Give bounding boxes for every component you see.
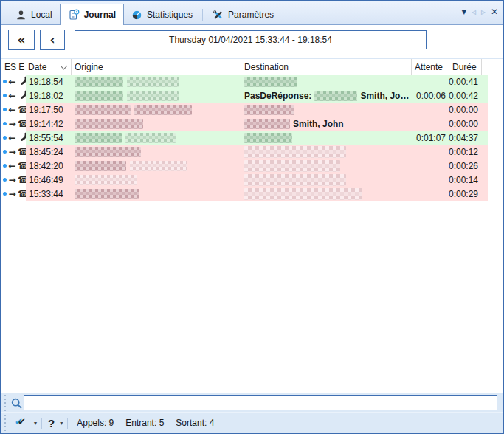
scroll-tabs-right-icon[interactable]: ▹ <box>481 7 486 16</box>
table-row[interactable]: ←☎18:42:200:00:26 <box>1 159 503 173</box>
incoming-arrow-icon: ← <box>8 105 16 115</box>
double-check-icon[interactable]: ✔✔ <box>15 417 29 429</box>
tab-parametres-label: Paramètres <box>228 10 274 20</box>
destination-cell: Smith, John <box>241 117 412 131</box>
column-header-origine[interactable]: Origine <box>72 59 241 75</box>
duree-cell: 0:00:12 <box>449 145 482 159</box>
attente-cell <box>412 145 449 159</box>
search-bar <box>1 393 503 413</box>
tab-parametres[interactable]: Paramètres <box>205 5 281 24</box>
table-row[interactable]: →☎19:14:42Smith, John0:00:00 <box>1 117 503 131</box>
redacted-block <box>127 91 179 101</box>
column-header-date[interactable]: Date <box>25 59 72 75</box>
column-header-es-e[interactable]: ES E <box>1 59 25 75</box>
handset-icon <box>18 76 26 87</box>
column-header-destination[interactable]: Destination <box>241 59 412 75</box>
contact-name-label: Smith, Jo… <box>360 91 409 101</box>
call-time-cell: 19:14:42 <box>26 117 72 131</box>
row-filler-cell <box>482 159 488 173</box>
call-state-cell: →☎ <box>1 145 26 159</box>
duree-cell: 0:00:42 <box>449 89 482 103</box>
tab-menu-icon[interactable]: ▾ <box>462 7 466 16</box>
table-row[interactable]: ←☎19:17:500:00:00 <box>1 103 503 117</box>
state-dot-icon <box>3 80 7 83</box>
pie-chart-icon <box>131 10 142 21</box>
redacted-block <box>244 133 292 143</box>
column-header-duree[interactable]: Durée <box>449 59 482 75</box>
destination-cell <box>241 187 412 201</box>
handset-icon <box>18 132 26 143</box>
filter-dropdown-icon[interactable]: ▾ <box>34 420 37 427</box>
destination-cell <box>241 159 412 173</box>
call-time-cell: 15:33:44 <box>26 187 72 201</box>
state-dot-icon <box>3 164 7 168</box>
call-state-cell: ←☎ <box>1 103 26 117</box>
person-icon <box>15 10 27 21</box>
close-icon[interactable]: ✕ <box>491 7 498 16</box>
destination-cell <box>241 103 412 117</box>
redacted-block <box>244 174 346 186</box>
outgoing-arrow-icon: → <box>8 189 16 199</box>
previous-day-button[interactable]: ‹ <box>40 30 65 50</box>
origin-cell <box>72 89 241 103</box>
call-state-cell: ←☎ <box>1 159 26 173</box>
attente-cell <box>412 75 449 89</box>
redacted-block <box>244 146 346 158</box>
date-range-box[interactable]: Thursday 01/04/2021 15:33:44 - 19:18:54 <box>75 30 427 49</box>
table-row[interactable]: ←18:55:540:01:070:04:37 <box>1 131 503 145</box>
total-calls-count: Appels: 9 <box>77 418 114 428</box>
attente-cell: 0:01:07 <box>412 131 449 145</box>
call-state-cell: ← <box>1 131 26 145</box>
duree-cell: 0:00:14 <box>449 173 482 187</box>
search-input[interactable] <box>24 395 497 410</box>
sort-desc-icon <box>61 62 68 69</box>
telephone-icon: ☎ <box>18 175 26 185</box>
tab-statistiques[interactable]: Statistiques <box>124 5 200 24</box>
row-filler-cell <box>482 117 488 131</box>
tab-local-label: Local <box>31 10 52 20</box>
attente-cell <box>412 173 449 187</box>
telephone-icon: ☎ <box>18 119 26 128</box>
redacted-block <box>75 161 126 171</box>
call-time-cell: 19:18:02 <box>26 89 72 103</box>
duree-cell: 0:00:00 <box>449 103 482 117</box>
call-state-cell: →☎ <box>1 187 26 201</box>
state-dot-icon <box>3 122 7 125</box>
table-row[interactable]: ←19:18:02PasDeRéponse:Smith, Jo…0:00:060… <box>1 89 503 103</box>
origin-cell <box>72 103 241 117</box>
table-header: ES E Date Origine Destination Attente Du… <box>1 59 503 75</box>
attente-cell <box>412 159 449 173</box>
incoming-arrow-icon: ← <box>8 161 16 171</box>
column-header-filler <box>482 59 503 75</box>
incoming-arrow-icon: ← <box>8 133 16 143</box>
telephone-icon: ☎ <box>18 161 26 170</box>
call-time-cell: 18:55:54 <box>26 131 72 145</box>
tab-journal-label: Journal <box>84 10 116 20</box>
destination-cell <box>241 75 412 89</box>
table-row[interactable]: ←19:18:540:00:41 <box>1 75 503 89</box>
drag-grip[interactable] <box>2 395 7 411</box>
table-row[interactable]: →☎16:46:490:00:14 <box>1 173 503 187</box>
duree-cell: 0:04:37 <box>449 131 482 145</box>
table-row[interactable]: →☎15:33:440:00:29 <box>1 187 503 201</box>
state-dot-icon <box>3 178 7 182</box>
help-dropdown-icon[interactable]: ▾ <box>60 420 63 427</box>
tab-journal[interactable]: Journal <box>60 4 124 25</box>
row-filler-cell <box>482 187 488 201</box>
journal-icon <box>68 9 80 21</box>
tab-local[interactable]: Local <box>8 5 60 24</box>
table-row[interactable]: →☎18:45:240:00:12 <box>1 145 503 159</box>
drag-grip[interactable] <box>2 415 7 431</box>
first-day-button[interactable]: « <box>8 30 35 50</box>
state-dot-icon <box>3 150 7 154</box>
row-filler-cell <box>482 131 488 145</box>
column-header-attente[interactable]: Attente <box>412 59 449 75</box>
help-button[interactable]: ? <box>48 417 55 430</box>
journal-toolbar: « ‹ Thursday 01/04/2021 15:33:44 - 19:18… <box>1 25 503 58</box>
redacted-block <box>244 119 290 129</box>
scroll-tabs-left-icon[interactable]: ◃ <box>472 7 476 16</box>
redacted-block <box>75 175 137 185</box>
telephone-icon: ☎ <box>18 189 26 199</box>
call-state-cell: ← <box>1 89 26 103</box>
redacted-block <box>75 77 123 87</box>
